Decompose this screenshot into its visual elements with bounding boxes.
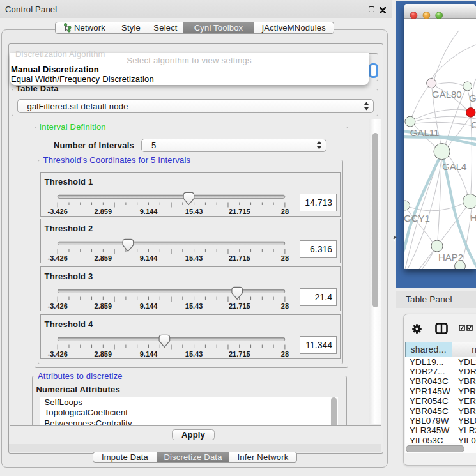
svg-text:HI: HI: [470, 212, 476, 223]
svg-text:HAP2: HAP2: [438, 252, 463, 263]
svg-text:GA: GA: [469, 93, 476, 104]
svg-text:GCY1: GCY1: [404, 213, 430, 224]
svg-text:GAL80: GAL80: [432, 89, 462, 100]
svg-text:GAL11: GAL11: [410, 127, 440, 138]
svg-text:C: C: [471, 119, 476, 130]
svg-text:GAL4: GAL4: [442, 161, 466, 172]
